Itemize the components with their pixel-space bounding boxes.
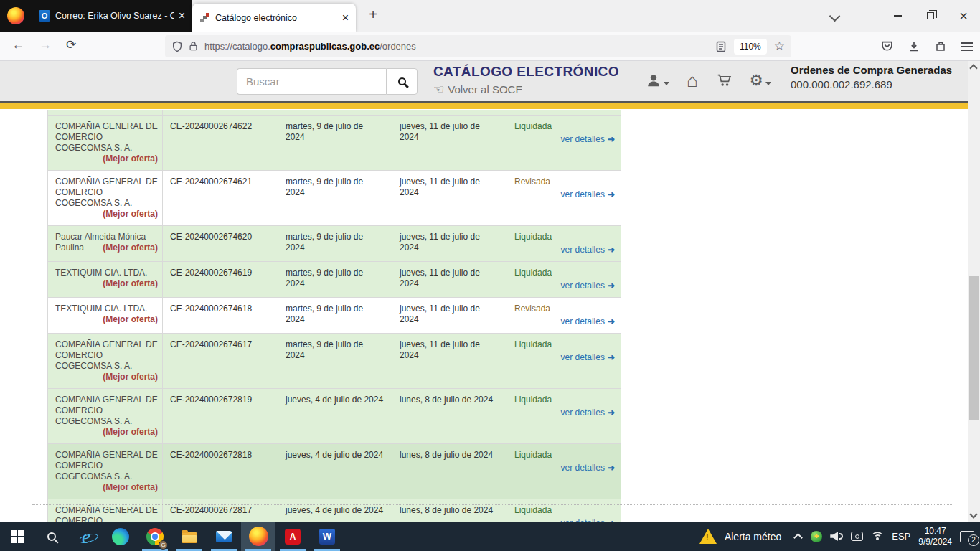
scroll-down-icon[interactable] — [969, 510, 977, 518]
lock-icon[interactable] — [188, 41, 199, 52]
caret-down-icon — [765, 82, 771, 85]
tab-catalogo[interactable]: Catálogo electrónico × — [192, 4, 356, 32]
language-indicator[interactable]: ESP — [892, 531, 910, 542]
taskbar-ie-button[interactable]: e — [69, 522, 103, 551]
best-offer-label: (Mejor oferta) — [103, 209, 158, 220]
volume-icon[interactable] — [830, 532, 843, 541]
close-tab-icon[interactable]: × — [342, 12, 349, 24]
company-name: TEXTIQUIM CIA. LTDA. — [55, 303, 147, 314]
details-link[interactable]: ver detalles➜ — [514, 134, 615, 145]
settings-menu-button[interactable]: ⚙ — [750, 72, 771, 88]
firefox-logo-icon[interactable] — [7, 7, 24, 24]
close-window-button[interactable]: × — [947, 0, 980, 32]
details-link[interactable]: ver detalles➜ — [514, 316, 615, 327]
tab-title: Correo: Erika Olivo Suarez - Out — [55, 11, 174, 21]
tab-correo[interactable]: O Correo: Erika Olivo Suarez - Out × — [34, 4, 189, 27]
taskbar-chrome-button[interactable]: G — [138, 522, 172, 551]
shield-icon[interactable] — [171, 41, 183, 52]
orders-generated-number: 000.000.002.692.689 — [791, 78, 952, 90]
issue-date: martes, 9 de julio de 2024 — [278, 116, 392, 170]
weather-alert-label[interactable]: Alerta méteo — [725, 531, 781, 542]
gear-icon: ⚙ — [750, 72, 763, 88]
chrome-profile-badge: G — [159, 540, 168, 550]
status-badge: Liquidada — [514, 395, 615, 405]
taskbar-explorer-button[interactable] — [172, 522, 207, 551]
arrow-right-icon: ➜ — [608, 316, 615, 326]
taskbar-mail-button[interactable] — [207, 522, 241, 551]
details-link-label: ver detalles — [561, 463, 605, 473]
table-row: COMPAÑIA GENERAL DE COMERCIO COGECOMSA S… — [48, 171, 621, 226]
date: 9/9/2024 — [918, 537, 952, 547]
tab-title: Catálogo electrónico — [215, 13, 338, 23]
site-header: CATÁLOGO ELECTRÓNICO ☜ Volver al SOCE ⌂ … — [0, 61, 980, 109]
back-button[interactable]: ← — [9, 37, 27, 52]
taskbar-firefox-button[interactable] — [241, 522, 275, 551]
downloads-icon[interactable] — [908, 41, 920, 52]
order-number: CE-20240002674620 — [163, 226, 278, 261]
minimize-button[interactable] — [881, 0, 914, 32]
reload-button[interactable]: ⟳ — [62, 37, 80, 52]
taskbar-search-button[interactable] — [34, 522, 69, 551]
table-row: TEXTIQUIM CIA. LTDA. (Mejor oferta) CE-2… — [48, 298, 621, 334]
delivery-date: jueves, 11 de julio de 2024 — [392, 262, 507, 297]
orders-table-body: COMPAÑIA GENERAL DE COMERCIO COGECOMSA S… — [48, 116, 621, 551]
search-input[interactable] — [237, 68, 386, 95]
start-button[interactable] — [0, 522, 34, 551]
close-tab-icon[interactable]: × — [179, 10, 185, 22]
wifi-icon[interactable] — [871, 532, 884, 541]
taskbar-clock[interactable]: 10:47 9/9/2024 — [918, 526, 952, 547]
tray-expand-icon[interactable] — [793, 533, 803, 542]
details-link[interactable]: ver detalles➜ — [514, 408, 615, 418]
status-badge: Liquidada — [514, 339, 615, 350]
details-link-label: ver detalles — [561, 245, 605, 255]
extensions-icon[interactable] — [935, 41, 946, 52]
system-tray: ! Alerta méteo ESP 10:47 9/9/2024 2 — [699, 522, 980, 551]
company-cell: COMPAÑIA GENERAL DE COMERCIO COGECOMSA S… — [48, 334, 163, 388]
reader-view-icon[interactable] — [715, 41, 727, 52]
details-link[interactable]: ver detalles➜ — [514, 245, 615, 255]
cart-button[interactable] — [715, 72, 732, 88]
taskbar-acrobat-button[interactable]: A — [275, 522, 310, 551]
page-scrollbar[interactable] — [968, 61, 980, 522]
weather-alert-icon[interactable]: ! — [699, 529, 717, 544]
table-row: Paucar Almeida Mónica Paulina (Mejor ofe… — [48, 226, 621, 262]
new-tab-button[interactable]: + — [364, 6, 382, 23]
acrobat-icon: A — [285, 529, 301, 545]
home-button[interactable]: ⌂ — [687, 72, 698, 88]
scrollbar-thumb[interactable] — [969, 276, 979, 420]
details-link-label: ver detalles — [561, 281, 605, 291]
taskbar-word-button[interactable]: W — [310, 522, 344, 551]
taskbar-edge-button[interactable] — [103, 522, 138, 551]
restore-button[interactable] — [914, 0, 947, 32]
url-bar[interactable]: https://catalogo.compraspublicas.gob.ec/… — [165, 35, 791, 57]
edge-icon — [112, 528, 129, 545]
user-menu-button[interactable] — [646, 72, 669, 88]
details-link[interactable]: ver detalles➜ — [514, 281, 615, 291]
search-icon — [398, 77, 406, 85]
delivery-date: lunes, 8 de julio de 2024 — [392, 389, 507, 443]
forward-button[interactable]: → — [36, 37, 55, 52]
bookmark-star-icon[interactable]: ☆ — [774, 39, 785, 54]
details-link[interactable]: ver detalles➜ — [514, 463, 615, 474]
table-row: COMPAÑIA GENERAL DE COMERCIO COGECOMSA S… — [48, 334, 621, 389]
menu-icon[interactable] — [961, 42, 973, 51]
zoom-level-button[interactable]: 110% — [734, 39, 767, 55]
back-to-soce-link[interactable]: ☜ Volver al SOCE — [433, 82, 619, 97]
details-link[interactable]: ver detalles➜ — [514, 352, 615, 363]
details-link[interactable]: ver detalles➜ — [514, 189, 615, 200]
display-cast-icon[interactable] — [851, 532, 863, 541]
antivirus-tray-icon[interactable] — [811, 531, 822, 542]
orders-table: COMPAÑIA GENERAL DE COMERCIO COGECOMSA S… — [47, 110, 621, 551]
arrow-right-icon: ➜ — [608, 281, 615, 291]
status-cell: Liquidada ver detalles➜ — [507, 444, 622, 499]
list-all-tabs-icon[interactable] — [829, 11, 841, 22]
pocket-icon[interactable] — [881, 40, 893, 52]
company-name: COMPAÑIA GENERAL DE COMERCIO COGECOMSA S… — [55, 339, 158, 371]
search-button[interactable] — [386, 68, 418, 95]
status-cell: Liquidada ver detalles➜ — [507, 226, 622, 261]
company-name: COMPAÑIA GENERAL DE COMERCIO COGECOMSA S… — [55, 395, 158, 426]
scroll-up-icon[interactable] — [969, 64, 977, 72]
details-link-label: ver detalles — [561, 352, 605, 362]
company-cell: COMPAÑIA GENERAL DE COMERCIO COGECOMSA S… — [48, 116, 163, 170]
notification-center-icon[interactable]: 2 — [960, 531, 974, 542]
